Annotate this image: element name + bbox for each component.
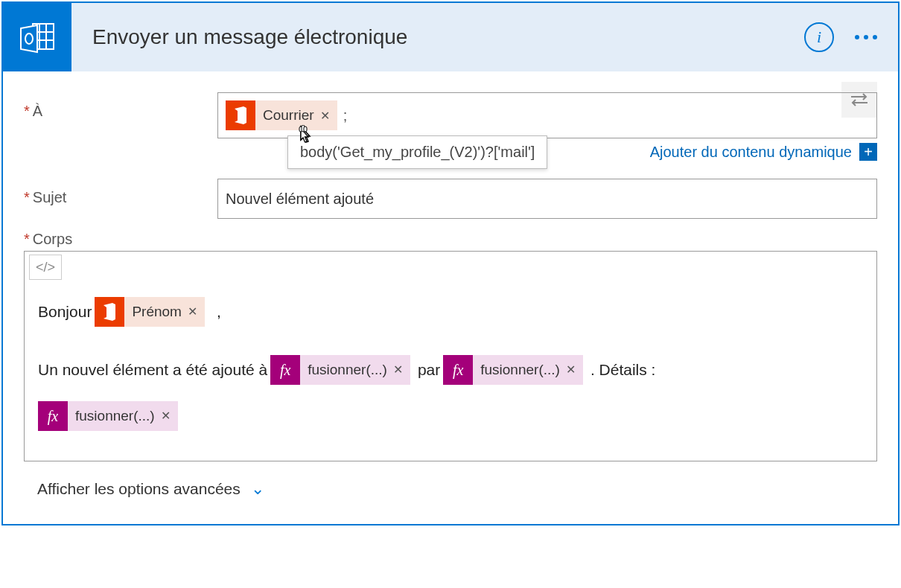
to-label: *À	[24, 92, 217, 120]
token-text: fusionner(...)	[75, 400, 155, 432]
remove-token-icon[interactable]: ✕	[188, 298, 197, 325]
body-editor: </> Bonjour Prénom ✕	[24, 251, 877, 461]
remove-token-icon[interactable]: ✕	[320, 109, 330, 123]
body-text: Bonjour	[38, 295, 92, 329]
body-token-fx-3[interactable]: fx fusionner(...) ✕	[38, 401, 178, 431]
body-token-fx-1[interactable]: fx fusionner(...) ✕	[270, 355, 410, 385]
body-text: . Détails :	[590, 353, 656, 387]
code-view-button[interactable]: </>	[29, 255, 62, 280]
token-text: Prénom	[132, 296, 182, 327]
office-icon	[95, 297, 124, 327]
remove-token-icon[interactable]: ✕	[161, 403, 171, 429]
action-card: Envoyer un message électronique i *À	[1, 1, 900, 525]
fx-icon: fx	[38, 401, 68, 431]
to-input[interactable]: Courrier ✕ ;	[217, 92, 877, 138]
more-menu-icon[interactable]	[855, 35, 877, 39]
office-icon	[226, 100, 255, 130]
add-dynamic-content-link[interactable]: Ajouter du contenu dynamique	[650, 144, 852, 161]
svg-marker-10	[243, 106, 246, 124]
svg-marker-11	[235, 109, 238, 122]
fx-icon: fx	[443, 355, 473, 385]
outlook-icon	[3, 3, 71, 71]
body-text: ,	[217, 295, 221, 329]
to-token-courrier[interactable]: Courrier ✕	[226, 100, 337, 130]
body-label: *Corps	[24, 231, 877, 248]
card-header: Envoyer un message électronique i	[3, 3, 898, 71]
card-body: *À Courrier ✕ ; Ajoute	[3, 71, 898, 524]
fx-icon: fx	[270, 355, 300, 385]
token-text: Courrier	[263, 107, 314, 124]
add-dynamic-plus-button[interactable]: +	[859, 143, 877, 161]
body-toolbar: </>	[25, 252, 876, 284]
body-field-block: *Corps </> Bonjour Prénom	[24, 231, 877, 461]
remove-token-icon[interactable]: ✕	[393, 357, 403, 383]
token-text: fusionner(...)	[480, 354, 560, 386]
chevron-down-icon: ⌄	[251, 479, 264, 499]
remove-token-icon[interactable]: ✕	[566, 357, 576, 383]
advanced-label: Afficher les options avancées	[37, 480, 241, 498]
subject-label: *Sujet	[24, 179, 217, 206]
body-content[interactable]: Bonjour Prénom ✕ ,	[25, 284, 876, 461]
to-field-row: *À Courrier ✕ ; Ajoute	[24, 92, 877, 161]
svg-marker-16	[112, 303, 115, 321]
svg-marker-5	[21, 25, 37, 52]
body-text: Un nouvel élément a été ajouté à	[38, 353, 267, 387]
svg-marker-17	[104, 305, 106, 319]
body-token-fx-2[interactable]: fx fusionner(...) ✕	[443, 355, 583, 385]
subject-value: Nouvel élément ajouté	[226, 191, 374, 208]
expression-tooltip: body('Get_my_profile_(V2)')?['mail']	[287, 135, 547, 169]
separator-text: ;	[343, 107, 348, 124]
info-icon[interactable]: i	[804, 22, 834, 52]
token-text: fusionner(...)	[308, 354, 387, 386]
body-token-prenom[interactable]: Prénom ✕	[95, 297, 205, 327]
advanced-options-toggle[interactable]: Afficher les options avancées ⌄	[24, 479, 877, 499]
body-text: par	[418, 353, 440, 387]
subject-field-row: *Sujet Nouvel élément ajouté	[24, 179, 877, 219]
card-title: Envoyer un message électronique	[92, 25, 804, 49]
subject-input[interactable]: Nouvel élément ajouté	[217, 179, 877, 219]
